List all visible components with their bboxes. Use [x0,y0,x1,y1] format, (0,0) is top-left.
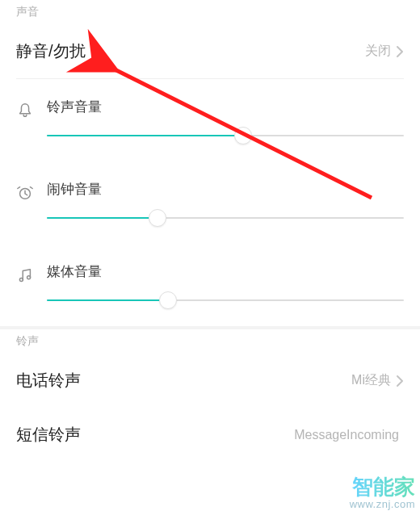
alarm-volume-slider[interactable] [47,210,404,226]
music-note-icon [16,258,40,284]
sms-ringtone-value: MessageIncoming [294,428,399,442]
media-volume-label: 媒体音量 [47,262,102,281]
section-label-ringtone: 铃声 [0,329,420,354]
svg-point-2 [27,276,31,279]
bell-icon [16,94,40,119]
settings-page: 声音 静音/勿扰 关闭 铃声音量 闹钟音量 [0,0,420,515]
sms-ringtone-row[interactable]: 短信铃声 MessageIncoming [0,408,420,462]
phone-ringtone-value: Mi经典 [351,372,391,389]
svg-point-1 [19,278,23,281]
ringer-volume-label: 铃声音量 [47,98,102,116]
dnd-row[interactable]: 静音/勿扰 关闭 [0,24,420,78]
alarm-clock-icon [16,176,40,202]
phone-ringtone-row[interactable]: 电话铃声 Mi经典 [0,354,420,408]
dnd-title: 静音/勿扰 [16,40,86,62]
chevron-right-icon [396,375,404,387]
ringer-volume-block: 铃声音量 [0,79,420,161]
phone-ringtone-title: 电话铃声 [16,370,81,391]
chevron-right-icon [396,45,404,58]
alarm-volume-label: 闹钟音量 [47,180,102,199]
media-volume-slider[interactable] [47,292,404,308]
dnd-value: 关闭 [365,43,391,60]
media-volume-block: 媒体音量 [0,244,420,326]
section-label-sound: 声音 [0,0,420,24]
ringer-volume-slider[interactable] [47,128,404,144]
alarm-volume-block: 闹钟音量 [0,161,420,244]
sms-ringtone-title: 短信铃声 [16,424,81,446]
